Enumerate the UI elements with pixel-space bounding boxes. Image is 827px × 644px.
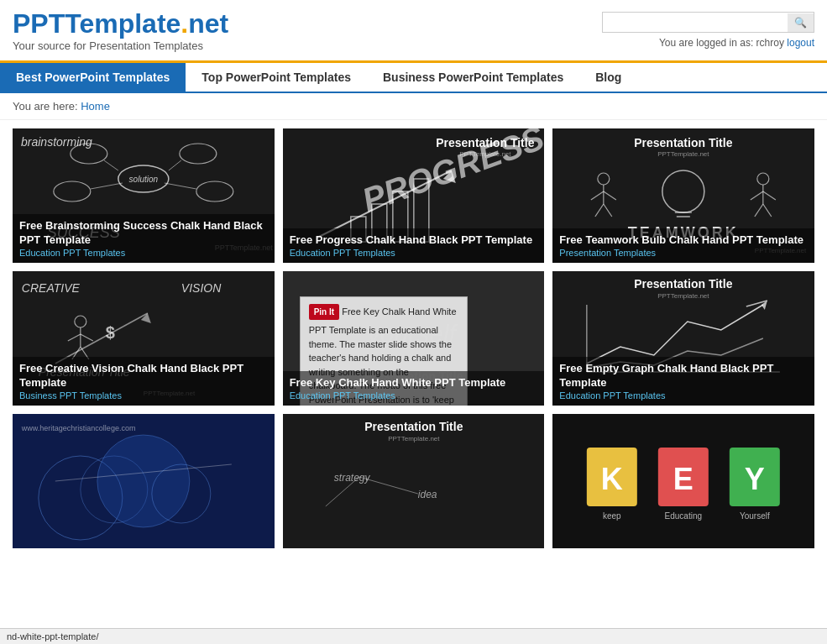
svg-line-28 — [591, 191, 604, 200]
header-right: 🔍 You are logged in as: rchroy logout — [602, 12, 814, 49]
card-1-overlay: Free Brainstorming Success Chalk Hand Bl… — [13, 214, 275, 263]
svg-line-49 — [55, 313, 148, 364]
svg-text:CREATIVE: CREATIVE — [22, 281, 81, 295]
svg-text:solution: solution — [129, 175, 159, 184]
logo-template: Template — [65, 8, 181, 39]
search-input[interactable] — [603, 13, 788, 32]
svg-line-36 — [755, 204, 763, 217]
svg-text:Y: Y — [745, 462, 765, 496]
svg-point-23 — [662, 170, 704, 212]
svg-point-65 — [97, 435, 190, 527]
breadcrumb-prefix: You are here: — [13, 100, 81, 113]
search-box: 🔍 — [602, 12, 814, 33]
card-2[interactable]: Presentation Title PPTTemplate.net PROGR… — [283, 128, 545, 263]
logo[interactable]: PPTTemplate.net — [13, 8, 228, 39]
card-5[interactable]: yourself Presentation Title PPTTemplate.… — [283, 271, 545, 406]
card-6[interactable]: Presentation Title PPTTemplate.net Free … — [552, 271, 814, 406]
tagline: Your source for Presentation Templates — [13, 39, 228, 52]
header: PPTTemplate.net Your source for Presenta… — [0, 0, 827, 63]
svg-point-3 — [180, 144, 217, 164]
card-6-category: Education PPT Templates — [559, 390, 808, 401]
svg-line-9 — [165, 183, 196, 189]
svg-line-45 — [81, 334, 93, 341]
svg-text:Educating: Educating — [665, 511, 702, 521]
svg-line-6 — [104, 160, 118, 170]
card-2-overlay: Free Progress Chalk Hand Black PPT Templ… — [283, 228, 545, 263]
svg-text:idea: idea — [417, 489, 437, 500]
card-2-category: Education PPT Templates — [290, 248, 538, 258]
svg-point-5 — [196, 181, 233, 202]
svg-text:PPTTemplate.net: PPTTemplate.net — [388, 435, 440, 442]
svg-point-4 — [54, 181, 91, 202]
card-6-overlay: Free Empty Graph Chalk Hand Black PPT Te… — [552, 357, 814, 406]
svg-text:Presentation Title: Presentation Title — [364, 420, 463, 433]
svg-text:K: K — [601, 462, 623, 496]
search-button[interactable]: 🔍 — [788, 13, 814, 32]
svg-line-7 — [169, 160, 181, 170]
svg-line-30 — [595, 204, 604, 217]
logo-net: net — [188, 8, 228, 39]
nav-business-ppt[interactable]: Business PowerPoint Templates — [367, 63, 579, 92]
svg-text:E: E — [673, 462, 694, 496]
card-3-title: Free Teamwork Bulb Chalk Hand PPT Templa… — [559, 233, 808, 248]
card-1[interactable]: brainstorming solution SUCCESS PPTTempla… — [13, 128, 275, 263]
nav: Best PowerPoint Templates Top PowerPoint… — [0, 63, 827, 93]
card-1-category: Education PPT Templates — [19, 248, 268, 258]
svg-text:keep: keep — [603, 511, 621, 521]
card-6-title: Free Empty Graph Chalk Hand Black PPT Te… — [559, 362, 808, 390]
card-7[interactable]: www.heritagechristiancollege.com — [13, 414, 275, 548]
svg-text:Presentation Title: Presentation Title — [635, 136, 733, 149]
logo-ppt: PPT — [13, 8, 65, 39]
svg-line-29 — [604, 191, 616, 200]
svg-line-72 — [359, 477, 417, 494]
card-2-title: Free Progress Chalk Hand Black PPT Templ… — [290, 233, 538, 248]
svg-line-31 — [604, 204, 612, 217]
card-5-title: Free Key Chalk Hand White PPT Template — [290, 376, 538, 390]
svg-text:$: $ — [106, 323, 115, 342]
logo-area: PPTTemplate.net Your source for Presenta… — [13, 8, 228, 52]
card-3[interactable]: Presentation Title PPTTemplate.net — [552, 128, 814, 263]
svg-text:PPTTemplate.net: PPTTemplate.net — [657, 292, 709, 300]
nav-blog[interactable]: Blog — [579, 63, 637, 92]
svg-text:PPTTemplate.net: PPTTemplate.net — [657, 150, 709, 158]
svg-line-44 — [68, 334, 81, 341]
svg-text:Yourself: Yourself — [740, 511, 770, 521]
card-8[interactable]: Presentation Title PPTTemplate.net strat… — [283, 414, 545, 548]
nav-top-ppt[interactable]: Top PowerPoint Templates — [186, 63, 367, 92]
login-text: You are logged in as: rchroy — [659, 37, 784, 49]
card-5-category: Education PPT Templates — [290, 390, 538, 401]
svg-text:Presentation Title: Presentation Title — [635, 277, 733, 291]
logo-text: PPTTemplate.net — [13, 8, 228, 39]
breadcrumb-home[interactable]: Home — [81, 100, 110, 113]
card-4-title: Free Creative Vision Chalk Hand Black PP… — [19, 362, 268, 390]
svg-point-2 — [71, 144, 107, 164]
breadcrumb: You are here: Home — [0, 93, 827, 120]
card-4-overlay: Free Creative Vision Chalk Hand Black PP… — [13, 357, 275, 406]
pin-badge[interactable]: Pin It — [309, 304, 339, 320]
card-4[interactable]: CREATIVE VISION $ Presentation Title PPT… — [13, 271, 275, 406]
svg-text:VISION: VISION — [181, 281, 222, 295]
card-3-category: Presentation Templates — [559, 248, 808, 258]
logo-dot: . — [181, 8, 188, 39]
svg-line-35 — [763, 191, 776, 200]
svg-line-34 — [751, 191, 763, 200]
template-grid: brainstorming solution SUCCESS PPTTempla… — [0, 120, 827, 557]
card-4-category: Business PPT Templates — [19, 390, 268, 401]
svg-point-32 — [757, 173, 769, 185]
svg-line-37 — [763, 204, 772, 217]
logout-link[interactable]: logout — [787, 37, 814, 49]
card-9[interactable]: K E Y keep Educating Yourself — [552, 414, 814, 548]
card-1-title: Free Brainstorming Success Chalk Hand Bl… — [19, 219, 268, 248]
card-5-overlay: Free Key Chalk Hand White PPT Template E… — [283, 371, 545, 406]
svg-point-42 — [75, 316, 86, 327]
card-3-overlay: Free Teamwork Bulb Chalk Hand PPT Templa… — [552, 228, 814, 263]
svg-point-26 — [598, 173, 610, 185]
svg-text:www.heritagechristiancollege.c: www.heritagechristiancollege.com — [21, 424, 136, 432]
login-info: You are logged in as: rchroy logout — [602, 37, 814, 49]
svg-line-8 — [91, 183, 123, 189]
svg-text:strategy: strategy — [333, 472, 370, 484]
nav-best-ppt[interactable]: Best PowerPoint Templates — [0, 63, 186, 92]
